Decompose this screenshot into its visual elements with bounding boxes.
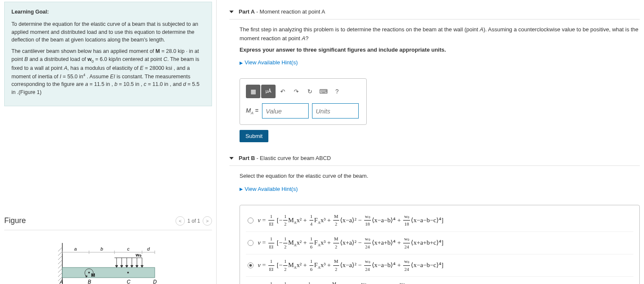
svg-text:a: a	[74, 246, 77, 251]
part-a-label: Part A	[239, 8, 255, 15]
undo-button[interactable]: ↶	[276, 85, 289, 98]
svg-marker-28	[120, 265, 123, 267]
part-a-question: The first step in analyzing this problem…	[240, 25, 640, 43]
svg-text:w₀: w₀	[135, 252, 142, 257]
svg-line-2	[58, 251, 62, 256]
svg-text:b: b	[100, 246, 103, 251]
svg-marker-30	[125, 265, 128, 267]
figure-next-button[interactable]: >	[203, 216, 212, 226]
svg-text:B: B	[88, 279, 91, 284]
part-b-hints-link[interactable]: View Available Hint(s)	[240, 185, 298, 194]
option-row[interactable]: v = 1EI [−12MAx² + 16FAx³ + M2⟨x−a⟩² − w…	[246, 254, 633, 277]
svg-line-1	[58, 247, 62, 251]
equation-option: v = 1EI [−12MAx + 16FAx² + M2⟨x−a⟩ − w₀2…	[258, 280, 438, 284]
figure-header: Figure < 1 of 1 >	[4, 216, 212, 230]
keyboard-button[interactable]: ⌨	[317, 85, 330, 98]
svg-text:d: d	[147, 246, 150, 251]
svg-line-5	[58, 264, 62, 268]
templates-button[interactable]: ▦	[246, 85, 260, 98]
figure-nav: < 1 of 1 >	[176, 216, 212, 226]
units-button[interactable]: μÅ	[261, 85, 276, 98]
var-label: MA =	[246, 106, 259, 116]
part-a-header[interactable]: Part A - Moment reaction at point A	[229, 8, 640, 19]
answer-input-box: ▦ μÅ ↶ ↷ ↻ ⌨ ? MA =	[240, 78, 367, 125]
lg-p2: The cantilever beam shown below has an a…	[11, 47, 205, 97]
part-a-hints-link[interactable]: View Available Hint(s)	[240, 58, 298, 67]
figure-prev-button[interactable]: <	[176, 216, 185, 226]
svg-marker-32	[131, 265, 133, 267]
caret-down-icon	[229, 11, 234, 13]
equation-option: v = 1EI [−12MAx² + 16FAx³ + M2⟨x−a⟩² − w…	[258, 258, 443, 273]
svg-marker-36	[141, 265, 143, 267]
learning-goal-box: Learning Goal: To determine the equation…	[4, 2, 212, 106]
part-a-instruct: Express your answer to three significant…	[240, 46, 640, 55]
part-b-sub: - Elastic curve for beam ABCD	[255, 155, 331, 161]
radio-button[interactable]	[248, 218, 254, 223]
part-b-question: Select the equation for the elastic curv…	[240, 172, 640, 181]
part-b-header[interactable]: Part B - Elastic curve for beam ABCD	[229, 155, 640, 166]
svg-line-4	[58, 260, 62, 264]
svg-marker-34	[136, 265, 138, 267]
option-row[interactable]: v = 1EI [−12MAx² + 16FAx³ + M2⟨x+a⟩² − w…	[246, 232, 633, 254]
svg-text:D: D	[153, 279, 157, 284]
svg-point-38	[88, 272, 90, 273]
figure-title: Figure	[4, 216, 26, 225]
part-a-submit-button[interactable]: Submit	[240, 130, 268, 142]
radio-button[interactable]	[248, 262, 254, 268]
figure-page: 1 of 1	[187, 218, 200, 224]
lg-p1: To determine the equation for the elasti…	[11, 20, 205, 44]
lg-title: Learning Goal:	[11, 8, 205, 16]
units-input[interactable]	[312, 103, 359, 119]
redo-button[interactable]: ↷	[290, 85, 303, 98]
options-box: v = 1EI [−12MAx² + 14FAx³ + M2⟨x−a⟩² − w…	[240, 205, 640, 284]
svg-text:c: c	[127, 246, 130, 251]
svg-text:A: A	[59, 279, 63, 284]
option-row[interactable]: v = 1EI [−12MAx + 16FAx² + M2⟨x−a⟩ − w₀2…	[246, 277, 633, 284]
equation-option: v = 1EI [−12MAx² + 14FAx³ + M2⟨x−a⟩² − w…	[258, 213, 443, 228]
svg-line-3	[58, 256, 62, 260]
help-button[interactable]: ?	[331, 85, 343, 98]
radio-button[interactable]	[248, 240, 254, 246]
svg-point-41	[127, 272, 129, 273]
svg-text:C: C	[127, 279, 131, 284]
svg-text:M: M	[91, 273, 95, 278]
caret-down-icon	[229, 157, 234, 160]
equation-option: v = 1EI [−12MAx² + 16FAx³ + M2⟨x+a⟩² − w…	[258, 235, 443, 251]
reset-button[interactable]: ↻	[304, 85, 316, 98]
part-b-label: Part B	[239, 155, 255, 161]
value-input[interactable]	[262, 103, 309, 119]
svg-line-7	[58, 273, 62, 277]
figure-diagram: a b c d w₀ M A B C D	[4, 243, 212, 284]
svg-rect-10	[62, 267, 155, 278]
part-a-sub: - Moment reaction at point A	[255, 8, 325, 15]
svg-line-6	[58, 268, 62, 273]
svg-marker-26	[115, 265, 118, 267]
option-row[interactable]: v = 1EI [−12MAx² + 14FAx³ + M2⟨x−a⟩² − w…	[246, 210, 633, 232]
